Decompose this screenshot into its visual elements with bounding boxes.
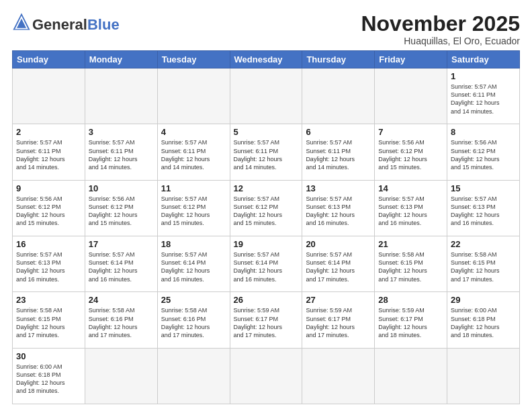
day-info: Sunrise: 5:58 AMSunset: 6:15 PMDaylight:… [16, 306, 81, 339]
day-info: Sunrise: 5:56 AMSunset: 6:12 PMDaylight:… [378, 138, 443, 171]
header-tuesday: Tuesday [157, 51, 230, 68]
header-friday: Friday [375, 51, 447, 68]
week-row-2: 2Sunrise: 5:57 AMSunset: 6:11 PMDaylight… [13, 124, 520, 180]
title-block: November 2025 Huaquillas, El Oro, Ecuado… [361, 12, 520, 46]
day-number: 18 [161, 239, 226, 249]
day-info: Sunrise: 5:57 AMSunset: 6:14 PMDaylight:… [234, 250, 299, 283]
day-cell: 29Sunrise: 6:00 AMSunset: 6:18 PMDayligh… [447, 292, 520, 348]
day-number: 22 [451, 239, 516, 249]
day-number: 13 [306, 183, 371, 193]
day-cell: 5Sunrise: 5:57 AMSunset: 6:11 PMDaylight… [230, 124, 302, 180]
day-cell: 8Sunrise: 5:56 AMSunset: 6:12 PMDaylight… [447, 124, 520, 180]
day-number: 29 [451, 295, 516, 305]
day-cell: 2Sunrise: 5:57 AMSunset: 6:11 PMDaylight… [13, 124, 85, 180]
day-cell [13, 68, 85, 124]
day-info: Sunrise: 5:57 AMSunset: 6:12 PMDaylight:… [234, 195, 299, 228]
header: GeneralBlue November 2025 Huaquillas, El… [12, 12, 520, 46]
day-info: Sunrise: 5:56 AMSunset: 6:12 PMDaylight:… [451, 138, 516, 171]
day-info: Sunrise: 5:57 AMSunset: 6:13 PMDaylight:… [451, 195, 516, 228]
day-cell: 6Sunrise: 5:57 AMSunset: 6:11 PMDaylight… [302, 124, 375, 180]
day-cell: 22Sunrise: 5:58 AMSunset: 6:15 PMDayligh… [447, 236, 520, 292]
day-number: 20 [306, 239, 371, 249]
day-info: Sunrise: 5:57 AMSunset: 6:14 PMDaylight:… [161, 250, 226, 283]
day-number: 15 [451, 183, 516, 193]
header-monday: Monday [85, 51, 157, 68]
day-info: Sunrise: 5:57 AMSunset: 6:11 PMDaylight:… [234, 138, 299, 171]
day-cell [230, 68, 302, 124]
calendar: Sunday Monday Tuesday Wednesday Thursday… [12, 50, 520, 404]
day-cell: 12Sunrise: 5:57 AMSunset: 6:12 PMDayligh… [230, 180, 302, 236]
month-title: November 2025 [361, 12, 520, 36]
day-info: Sunrise: 5:58 AMSunset: 6:15 PMDaylight:… [378, 250, 443, 283]
day-info: Sunrise: 5:57 AMSunset: 6:13 PMDaylight:… [16, 250, 81, 283]
day-info: Sunrise: 6:00 AMSunset: 6:18 PMDaylight:… [16, 363, 81, 396]
day-number: 2 [16, 127, 81, 137]
day-cell: 1Sunrise: 5:57 AMSunset: 6:11 PMDaylight… [447, 68, 520, 124]
day-cell: 20Sunrise: 5:57 AMSunset: 6:14 PMDayligh… [302, 236, 375, 292]
day-info: Sunrise: 5:58 AMSunset: 6:16 PMDaylight:… [161, 306, 226, 339]
day-number: 28 [378, 295, 443, 305]
day-number: 11 [161, 183, 226, 193]
page: GeneralBlue November 2025 Huaquillas, El… [0, 0, 532, 411]
day-cell: 16Sunrise: 5:57 AMSunset: 6:13 PMDayligh… [13, 236, 85, 292]
day-number: 24 [89, 295, 154, 305]
logo: GeneralBlue [12, 12, 120, 32]
day-number: 23 [16, 295, 81, 305]
day-number: 19 [234, 239, 299, 249]
day-number: 14 [378, 183, 443, 193]
day-number: 21 [378, 239, 443, 249]
day-cell: 10Sunrise: 5:56 AMSunset: 6:12 PMDayligh… [85, 180, 157, 236]
day-cell: 4Sunrise: 5:57 AMSunset: 6:11 PMDaylight… [157, 124, 230, 180]
day-cell: 25Sunrise: 5:58 AMSunset: 6:16 PMDayligh… [157, 292, 230, 348]
day-cell [85, 68, 157, 124]
header-sunday: Sunday [13, 51, 85, 68]
day-cell [302, 348, 375, 404]
header-saturday: Saturday [447, 51, 520, 68]
day-number: 27 [306, 295, 371, 305]
day-number: 12 [234, 183, 299, 193]
day-cell: 26Sunrise: 5:59 AMSunset: 6:17 PMDayligh… [230, 292, 302, 348]
general-blue-icon [12, 12, 31, 31]
day-info: Sunrise: 5:56 AMSunset: 6:12 PMDaylight:… [16, 195, 81, 228]
day-info: Sunrise: 5:56 AMSunset: 6:12 PMDaylight:… [89, 195, 154, 228]
day-cell: 23Sunrise: 5:58 AMSunset: 6:15 PMDayligh… [13, 292, 85, 348]
day-cell: 9Sunrise: 5:56 AMSunset: 6:12 PMDaylight… [13, 180, 85, 236]
day-cell: 13Sunrise: 5:57 AMSunset: 6:13 PMDayligh… [302, 180, 375, 236]
day-cell: 11Sunrise: 5:57 AMSunset: 6:12 PMDayligh… [157, 180, 230, 236]
day-cell: 7Sunrise: 5:56 AMSunset: 6:12 PMDaylight… [375, 124, 447, 180]
day-cell: 30Sunrise: 6:00 AMSunset: 6:18 PMDayligh… [13, 348, 85, 404]
day-number: 30 [16, 351, 81, 361]
day-cell: 15Sunrise: 5:57 AMSunset: 6:13 PMDayligh… [447, 180, 520, 236]
day-number: 10 [89, 183, 154, 193]
day-cell: 24Sunrise: 5:58 AMSunset: 6:16 PMDayligh… [85, 292, 157, 348]
weekday-header-row: Sunday Monday Tuesday Wednesday Thursday… [13, 51, 520, 68]
day-info: Sunrise: 5:57 AMSunset: 6:11 PMDaylight:… [161, 138, 226, 171]
day-info: Sunrise: 6:00 AMSunset: 6:18 PMDaylight:… [451, 306, 516, 339]
day-number: 3 [89, 127, 154, 137]
day-number: 25 [161, 295, 226, 305]
week-row-5: 23Sunrise: 5:58 AMSunset: 6:15 PMDayligh… [13, 292, 520, 348]
day-cell: 18Sunrise: 5:57 AMSunset: 6:14 PMDayligh… [157, 236, 230, 292]
day-info: Sunrise: 5:57 AMSunset: 6:13 PMDaylight:… [306, 195, 371, 228]
week-row-6: 30Sunrise: 6:00 AMSunset: 6:18 PMDayligh… [13, 348, 520, 404]
day-number: 17 [89, 239, 154, 249]
day-cell [302, 68, 375, 124]
day-cell [157, 348, 230, 404]
week-row-3: 9Sunrise: 5:56 AMSunset: 6:12 PMDaylight… [13, 180, 520, 236]
day-info: Sunrise: 5:59 AMSunset: 6:17 PMDaylight:… [306, 306, 371, 339]
day-info: Sunrise: 5:57 AMSunset: 6:11 PMDaylight:… [89, 138, 154, 171]
day-number: 9 [16, 183, 81, 193]
day-number: 8 [451, 127, 516, 137]
day-number: 7 [378, 127, 443, 137]
day-number: 16 [16, 239, 81, 249]
header-thursday: Thursday [302, 51, 375, 68]
day-cell: 17Sunrise: 5:57 AMSunset: 6:14 PMDayligh… [85, 236, 157, 292]
day-cell: 28Sunrise: 5:59 AMSunset: 6:17 PMDayligh… [375, 292, 447, 348]
day-number: 5 [234, 127, 299, 137]
day-cell [85, 348, 157, 404]
day-info: Sunrise: 5:57 AMSunset: 6:14 PMDaylight:… [89, 250, 154, 283]
day-info: Sunrise: 5:57 AMSunset: 6:13 PMDaylight:… [378, 195, 443, 228]
day-info: Sunrise: 5:59 AMSunset: 6:17 PMDaylight:… [378, 306, 443, 339]
day-info: Sunrise: 5:57 AMSunset: 6:11 PMDaylight:… [16, 138, 81, 171]
day-number: 4 [161, 127, 226, 137]
